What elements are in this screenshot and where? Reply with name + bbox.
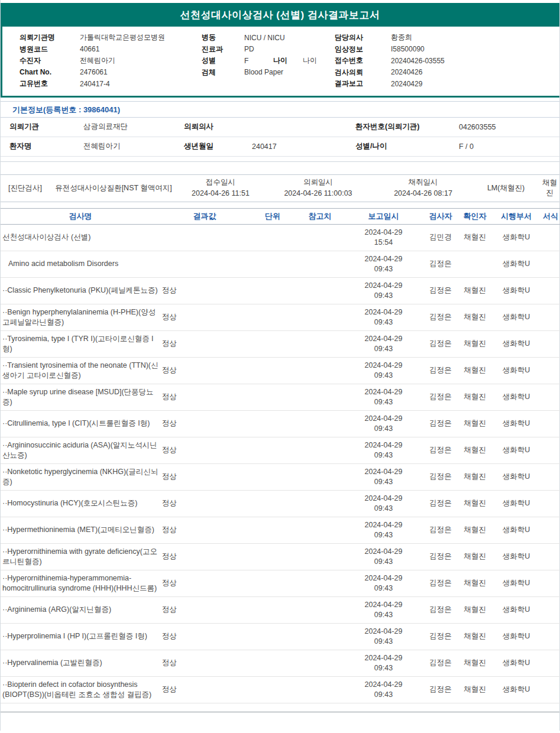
result-cell-dept: 생화학U [492,357,540,384]
result-cell-result: 정상 [160,330,249,357]
result-cell-dept: 생화학U [492,277,540,304]
field-label: 수진자 [20,56,80,66]
diagnostic-datetime-column: 채취일시2024-04-26 08:17 [374,177,472,199]
result-cell-name: ··Transient tyrosinemia of the neonate (… [1,357,160,384]
results-column-header: 서식 [540,208,560,224]
result-cell-ref [296,384,344,410]
reported-datetime: 2024-04-29 15:54 [360,228,408,248]
result-cell-tester: 김정은 [423,490,458,517]
result-cell-ref [296,543,344,570]
field-value: 나이 [303,56,317,66]
result-cell-result: 정상 [160,676,249,703]
result-cell-name: ··Hyperornithinemia-hyperammonemia-homoc… [1,570,160,596]
result-cell-ref [296,410,344,437]
diagnostic-collector: LM(채혈진) [472,183,540,193]
result-cell-name: ··Citrullinemia, type I (CIT)(시트룰린혈증 I형) [1,410,160,437]
result-cell-confirmer: 채혈진 [458,463,492,490]
result-cell-ref [296,357,344,384]
field-value: 황종희 [391,33,412,43]
result-cell-name: ··Hypermethioninemia (MET)(고메티오닌혈증) [1,517,160,543]
result-cell-form [540,517,560,543]
result-cell-confirmer: 채혈진 [458,517,492,543]
results-row: ··Hyperornithinemia-hyperammonemia-homoc… [1,570,560,596]
result-cell-form [540,596,560,623]
field-value: F / 0 [459,142,559,151]
reported-datetime: 2024-04-29 09:43 [360,307,408,327]
field-label: 의뢰의사 [184,122,252,132]
result-cell-tester: 김정은 [423,517,458,543]
field-label: 검사의뢰 [335,67,391,77]
result-cell-unit [249,304,296,330]
results-header-row: 검사명결과값단위참고치보고일시검사자확인자시행부서서식 [1,208,560,224]
field-label: 진료과 [202,44,244,54]
result-cell-confirmer: 채혈진 [458,410,492,437]
result-cell-dept: 생화학U [492,623,540,650]
results-row: ··Hypervalinemia (고발린혈증)정상2024-04-29 09:… [1,650,560,676]
result-cell-ref [296,224,344,251]
result-cell-confirmer: 채혈진 [458,650,492,676]
field-value: 2024-04-26 11:51 [179,188,262,199]
field-value: 240417 [252,142,355,151]
result-cell-tester: 김정은 [423,251,458,277]
patient-header-middle-column: 병동NICU / NICU진료과PD성별F나이나이검체Blood Paper [184,32,317,90]
basic-info-table: 의뢰기관삼광의료재단의뢰의사환자번호(의뢰기관)042603555환자명전혜림아… [1,118,559,157]
result-cell-result: 정상 [160,650,249,676]
results-row: 선천성대사이상검사 (선별)2024-04-29 15:54김민경채혈진생화학U [1,224,560,251]
results-row: ··Citrullinemia, type I (CIT)(시트룰린혈증 I형)… [1,410,560,437]
result-cell-dept: 생화학U [492,463,540,490]
patient-header-left-column: 의뢰기관명가톨릭대학교은평성모병원병원코드40661수진자전혜림아기Chart … [2,32,184,90]
result-cell-tester: 김정은 [423,384,458,410]
patient-header-row: 성별F나이나이 [202,55,317,67]
results-row: ··Transient tyrosinemia of the neonate (… [1,357,560,384]
results-row: ··Hypermethioninemia (MET)(고메티오닌혈증)정상202… [1,517,560,543]
result-cell-form [540,384,560,410]
field-label: 채취일시 [374,177,472,188]
reported-datetime: 2024-04-29 09:43 [360,281,408,301]
reported-datetime: 2024-04-29 09:43 [360,600,408,620]
field-label: Chart No. [20,68,80,76]
reported-datetime: 2024-04-29 09:43 [360,653,408,673]
result-cell-tester: 김정은 [423,543,458,570]
result-cell-reported: 2024-04-29 09:43 [344,623,423,650]
results-row: ··Argininemia (ARG)(알지닌혈증)정상2024-04-29 0… [1,596,560,623]
result-cell-reported: 2024-04-29 09:43 [344,543,423,570]
result-cell-confirmer: 채혈진 [458,543,492,570]
patient-header-row: 검사의뢰20240426 [335,67,559,79]
result-cell-reported: 2024-04-29 09:43 [344,676,423,703]
result-cell-result: 정상 [160,490,249,517]
patient-header-row: 진료과PD [202,44,317,56]
field-value: 2476061 [80,68,108,76]
result-cell-reported: 2024-04-29 09:43 [344,330,423,357]
patient-header-row: 결과보고20240429 [335,78,559,90]
result-cell-name: ··Hyperornithinemia with gyrate deficien… [1,543,160,570]
field-label: 성별 [202,56,244,66]
result-cell-result [160,251,249,277]
result-cell-reported: 2024-04-29 09:43 [344,357,423,384]
results-row: ··Maple syrup urine disease [MSUD](단풍당뇨증… [1,384,560,410]
field-value: 20240429 [391,80,422,88]
field-value: 가톨릭대학교은평성모병원 [80,33,165,43]
result-cell-form [540,410,560,437]
result-cell-unit [249,570,296,596]
result-cell-form [540,304,560,330]
result-cell-name: ··Homocystinuria (HCY)(호모시스틴뇨증) [1,490,160,517]
result-cell-ref [296,596,344,623]
basic-info-section-title: 기본정보(등록번호 : 39864041) [1,101,559,118]
result-cell-form [540,277,560,304]
result-cell-confirmer: 채혈진 [458,676,492,703]
result-cell-result: 정상 [160,277,249,304]
result-cell-unit [249,251,296,277]
field-value: I58500090 [391,45,425,53]
patient-header-row: 병동NICU / NICU [202,32,317,44]
results-row: ··Classic Phenylketonuria (PKU)(페닐케톤뇨증)정… [1,277,560,304]
reported-datetime: 2024-04-29 09:43 [360,547,408,567]
result-cell-result: 정상 [160,463,249,490]
result-cell-name: ··Hypervalinemia (고발린혈증) [1,650,160,676]
result-cell-name: ··Classic Phenylketonuria (PKU)(페닐케톤뇨증) [1,277,160,304]
results-column-header: 참고치 [296,208,344,224]
result-cell-result: 정상 [160,304,249,330]
result-cell-dept: 생화학U [492,596,540,623]
reported-datetime: 2024-04-29 09:43 [360,334,408,354]
reported-datetime: 2024-04-29 09:43 [360,440,408,460]
result-cell-tester: 김정은 [423,463,458,490]
